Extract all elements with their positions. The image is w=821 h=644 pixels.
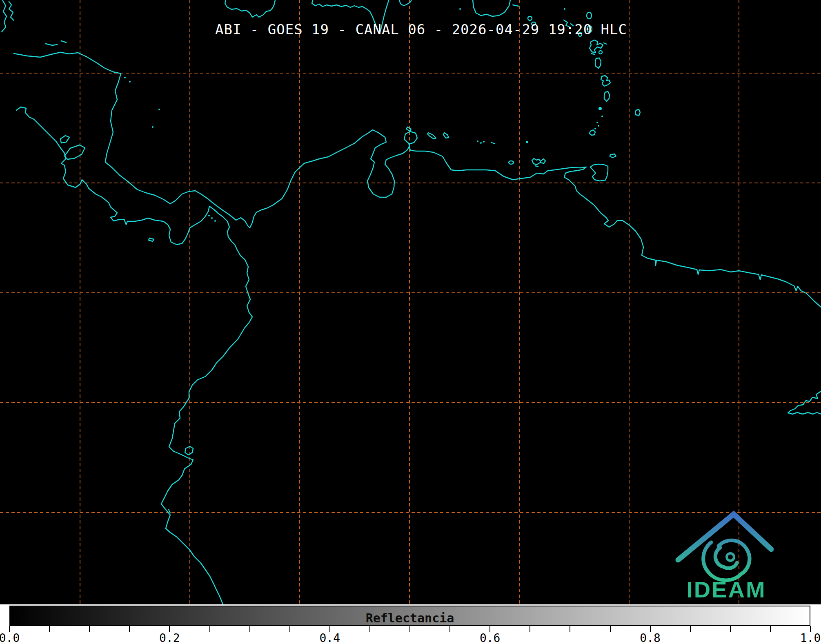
- colorbar-tick-label: 0.4: [311, 631, 348, 644]
- ideam-logo: IDEAM: [678, 514, 771, 602]
- coastline-path: [532, 158, 545, 165]
- coastline-path: [595, 58, 601, 68]
- coastline-path: [591, 53, 594, 54]
- logo-mountain: [678, 514, 771, 560]
- satellite-map: IDEAM ABI - GOES 19 - CANAL 06 - 2026-04…: [0, 0, 821, 604]
- colorbar-tick-label: 0.8: [632, 631, 669, 644]
- logo-swirl-arc: [741, 549, 750, 574]
- colorbar-tick: [610, 626, 611, 632]
- reflectance-colorbar: Reflectancia: [9, 606, 810, 626]
- coastline-path: [2, 0, 7, 32]
- colorbar-tick: [409, 626, 410, 632]
- island-dot: [152, 126, 154, 128]
- coastline-path: [443, 133, 449, 138]
- island-dot: [601, 116, 603, 117]
- colorbar-tick: [369, 626, 370, 632]
- colorbar-tick: [489, 626, 490, 632]
- coastline-path: [473, 0, 510, 16]
- island-dot: [214, 220, 216, 222]
- island-dot: [480, 142, 482, 144]
- island-dot: [124, 77, 126, 78]
- colorbar-tick: [770, 626, 771, 632]
- logo-swirl-arc: [715, 548, 723, 567]
- colorbar-tick-label: 1.0: [792, 631, 821, 644]
- island-ring: [599, 51, 602, 54]
- logo-swirl-eye: [727, 553, 734, 561]
- island-ring: [528, 16, 532, 20]
- coastline-path: [535, 166, 538, 167]
- logo-swirl-arc: [703, 542, 711, 573]
- island-dot: [564, 8, 565, 10]
- colorbar-tick: [650, 626, 651, 632]
- latlon-gridlines: [0, 0, 821, 604]
- colorbar-tick: [570, 626, 570, 632]
- colorbar-tick: [289, 626, 290, 632]
- coastline-path: [590, 130, 595, 135]
- colorbar-tick: [209, 626, 210, 632]
- coastline-path: [60, 136, 69, 143]
- island-dot: [208, 215, 210, 216]
- coastline-path: [604, 43, 607, 44]
- island-dot: [477, 140, 478, 142]
- coastline-path: [65, 145, 85, 159]
- image-title: ABI - GOES 19 - CANAL 06 - 2026-04-29 19…: [11, 21, 821, 38]
- island-dot: [526, 141, 528, 143]
- island-dot: [599, 107, 602, 110]
- island-dot: [596, 122, 598, 123]
- coastlines: [2, 0, 821, 604]
- coastline-path: [513, 5, 518, 6]
- colorbar-tick: [129, 626, 130, 632]
- ideam-logo-text: IDEAM: [686, 577, 766, 602]
- island-dot: [211, 217, 213, 219]
- island-ring: [587, 12, 592, 19]
- colorbar-tick: [169, 626, 170, 632]
- map-svg: IDEAM: [0, 0, 821, 604]
- island-dot: [594, 128, 596, 129]
- colorbar-tick: [329, 626, 330, 632]
- coastline-path: [61, 41, 66, 42]
- logo-swirl-arc: [719, 540, 747, 549]
- island-dot: [158, 109, 160, 110]
- island-dot: [459, 8, 461, 10]
- coastline-path: [492, 143, 495, 144]
- island-ring: [509, 161, 514, 164]
- coastline-path: [406, 127, 411, 131]
- colorbar-tick-label: 0.0: [0, 631, 28, 644]
- coastline-path: [14, 52, 821, 307]
- island-dot: [483, 141, 485, 143]
- ideam-logo-mark: [678, 514, 771, 580]
- colorbar-label: Reflectancia: [10, 611, 810, 625]
- island-dot: [598, 125, 599, 127]
- coastline-path: [16, 107, 252, 604]
- coastline-path: [601, 76, 610, 86]
- colorbar-tick: [9, 626, 10, 632]
- colorbar-tick: [690, 626, 691, 632]
- coastline-path: [427, 133, 436, 139]
- logo-swirl-arc: [723, 563, 737, 568]
- coastline-path: [149, 238, 154, 241]
- colorbar-tick: [49, 626, 50, 632]
- colorbar-tick: [249, 626, 250, 632]
- coastline-path: [604, 91, 610, 101]
- coastline-path: [788, 391, 821, 414]
- coastline-path: [610, 154, 616, 158]
- colorbar-tick: [730, 626, 731, 632]
- coastline-path: [590, 164, 608, 181]
- colorbar-tick: [810, 626, 811, 632]
- coastline-path: [9, 2, 14, 20]
- colorbar-tick-label: 0.6: [472, 631, 508, 644]
- island-dot: [129, 81, 131, 82]
- colorbar-tick-label: 0.2: [151, 631, 188, 644]
- colorbar-tick: [530, 626, 530, 632]
- coastline-path: [635, 109, 640, 116]
- colorbar-strip: Reflectancia 0.00.20.40.60.81.0: [0, 604, 821, 644]
- colorbar-tick: [89, 626, 90, 632]
- coastline-path: [46, 44, 57, 45]
- colorbar-tick: [449, 626, 450, 632]
- coastline-path: [225, 0, 275, 17]
- coastline-path: [185, 446, 193, 455]
